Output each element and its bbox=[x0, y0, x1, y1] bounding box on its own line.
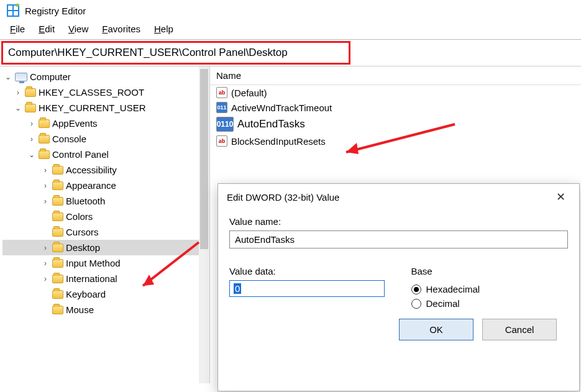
expander-closed-icon[interactable]: › bbox=[41, 275, 50, 283]
tree-appearance[interactable]: ›Appearance bbox=[2, 178, 209, 193]
expander-closed-icon[interactable]: › bbox=[41, 166, 50, 175]
folder-icon bbox=[52, 275, 63, 283]
tree-console[interactable]: › Console bbox=[2, 131, 209, 147]
dword-value-icon: 0110 bbox=[216, 117, 234, 132]
tree-pane: ⌄ Computer › HKEY_CLASSES_ROOT ⌄ HKEY_CU… bbox=[0, 66, 210, 383]
expander-blank bbox=[41, 228, 50, 237]
string-value-icon: ab bbox=[216, 135, 227, 147]
tree-label: Desktop bbox=[66, 242, 100, 253]
expander-open-icon[interactable]: ⌄ bbox=[14, 104, 22, 112]
expander-blank bbox=[41, 290, 50, 299]
folder-icon bbox=[52, 197, 63, 206]
tree-bluetooth[interactable]: ›Bluetooth bbox=[2, 193, 209, 209]
address-path: Computer\HKEY_CURRENT_USER\Control Panel… bbox=[8, 47, 288, 58]
folder-icon bbox=[25, 104, 36, 112]
tree-label: HKEY_CLASSES_ROOT bbox=[39, 87, 144, 98]
value-data-input[interactable]: 0 bbox=[229, 280, 385, 297]
tree-colors[interactable]: Colors bbox=[2, 209, 209, 224]
value-name: AutoEndTasks bbox=[237, 118, 305, 130]
menu-help[interactable]: Help bbox=[148, 22, 180, 35]
value-row-autoendtasks[interactable]: 0110 AutoEndTasks bbox=[210, 115, 581, 134]
expander-blank bbox=[41, 306, 50, 314]
column-header-label: Name bbox=[216, 70, 241, 81]
tree-controlpanel[interactable]: ⌄ Control Panel bbox=[2, 147, 209, 162]
folder-icon bbox=[39, 119, 50, 128]
registry-app-icon bbox=[6, 4, 20, 17]
tree-label: Accessibility bbox=[66, 165, 117, 175]
base-group-label: Base bbox=[411, 266, 569, 276]
tree-hkcu[interactable]: ⌄ HKEY_CURRENT_USER bbox=[2, 100, 209, 116]
tree-root[interactable]: ⌄ Computer bbox=[2, 69, 209, 84]
svg-rect-1 bbox=[8, 6, 12, 10]
value-row-activewnd[interactable]: 011 ActiveWndTrackTimeout bbox=[210, 100, 581, 115]
folder-icon bbox=[52, 212, 63, 221]
value-name-input[interactable] bbox=[229, 230, 568, 248]
menu-favorites[interactable]: Favorites bbox=[96, 22, 147, 35]
tree-label: Cursors bbox=[66, 227, 99, 237]
expander-closed-icon[interactable]: › bbox=[41, 197, 50, 206]
expander-open-icon[interactable]: ⌄ bbox=[4, 73, 12, 81]
radio-hexadecimal[interactable]: Hexadecimal bbox=[411, 284, 569, 294]
scrollbar-vertical[interactable] bbox=[199, 66, 209, 383]
value-name-label: Value name: bbox=[229, 216, 568, 227]
value-row-blocksend[interactable]: ab BlockSendInputResets bbox=[210, 134, 581, 148]
tree-label: AppEvents bbox=[52, 118, 98, 129]
ok-button[interactable]: OK bbox=[399, 319, 473, 340]
radio-decimal[interactable]: Decimal bbox=[411, 298, 569, 309]
menu-edit[interactable]: Edit bbox=[32, 22, 61, 35]
folder-icon bbox=[52, 306, 63, 314]
tree-label: Console bbox=[52, 134, 86, 144]
menu-file[interactable]: File bbox=[4, 22, 31, 35]
expander-closed-icon[interactable]: › bbox=[27, 119, 36, 128]
dword-value-icon: 011 bbox=[216, 102, 227, 113]
radio-unchecked-icon bbox=[411, 299, 421, 309]
menubar: File Edit View Favorites Help bbox=[0, 21, 581, 40]
tree-cursors[interactable]: Cursors bbox=[2, 224, 209, 240]
expander-closed-icon[interactable]: › bbox=[41, 259, 50, 268]
base-radio-group: Hexadecimal Decimal bbox=[411, 280, 569, 312]
computer-icon bbox=[15, 73, 27, 81]
expander-closed-icon[interactable]: › bbox=[14, 88, 22, 97]
titlebar: Registry Editor bbox=[0, 0, 581, 21]
tree-label: Colors bbox=[66, 211, 93, 222]
tree-label: Appearance bbox=[66, 180, 116, 191]
folder-icon bbox=[39, 150, 50, 159]
tree-label: Control Panel bbox=[52, 149, 109, 160]
expander-open-icon[interactable]: ⌄ bbox=[27, 150, 36, 159]
dialog-title-text: Edit DWORD (32-bit) Value bbox=[227, 192, 339, 203]
folder-icon bbox=[52, 181, 63, 190]
expander-blank bbox=[41, 212, 50, 221]
tree-desktop[interactable]: ›Desktop bbox=[2, 240, 209, 255]
expander-closed-icon[interactable]: › bbox=[27, 135, 36, 144]
radio-label: Decimal bbox=[426, 298, 460, 309]
expander-closed-icon[interactable]: › bbox=[41, 244, 50, 252]
value-name: (Default) bbox=[231, 88, 267, 98]
tree-label: Computer bbox=[30, 71, 71, 82]
tree-accessibility[interactable]: ›Accessibility bbox=[2, 162, 209, 178]
tree-label: International bbox=[66, 273, 117, 284]
address-bar[interactable]: Computer\HKEY_CURRENT_USER\Control Panel… bbox=[1, 41, 350, 65]
folder-icon bbox=[52, 290, 63, 299]
window-title: Registry Editor bbox=[25, 6, 86, 16]
radio-label: Hexadecimal bbox=[426, 284, 480, 294]
tree-keyboard[interactable]: Keyboard bbox=[2, 286, 209, 302]
tree-appevents[interactable]: › AppEvents bbox=[2, 116, 209, 131]
tree-international[interactable]: ›International bbox=[2, 271, 209, 286]
cancel-button[interactable]: Cancel bbox=[482, 319, 557, 340]
tree-label: Mouse bbox=[66, 304, 94, 315]
column-header-name[interactable]: Name bbox=[210, 66, 581, 85]
radio-checked-icon bbox=[411, 285, 421, 294]
tree-label: Keyboard bbox=[66, 289, 106, 299]
scrollbar-thumb[interactable] bbox=[200, 69, 208, 249]
value-row-default[interactable]: ab (Default) bbox=[210, 85, 581, 100]
value-name: ActiveWndTrackTimeout bbox=[231, 103, 332, 113]
expander-closed-icon[interactable]: › bbox=[41, 181, 50, 190]
string-value-icon: ab bbox=[216, 87, 227, 98]
tree-inputmethod[interactable]: ›Input Method bbox=[2, 255, 209, 271]
close-button[interactable]: ✕ bbox=[551, 190, 570, 204]
folder-icon bbox=[52, 228, 63, 237]
menu-view[interactable]: View bbox=[62, 22, 94, 35]
tree-hkcr[interactable]: › HKEY_CLASSES_ROOT bbox=[2, 84, 209, 100]
tree-mouse[interactable]: Mouse bbox=[2, 302, 209, 317]
folder-icon bbox=[39, 135, 50, 144]
